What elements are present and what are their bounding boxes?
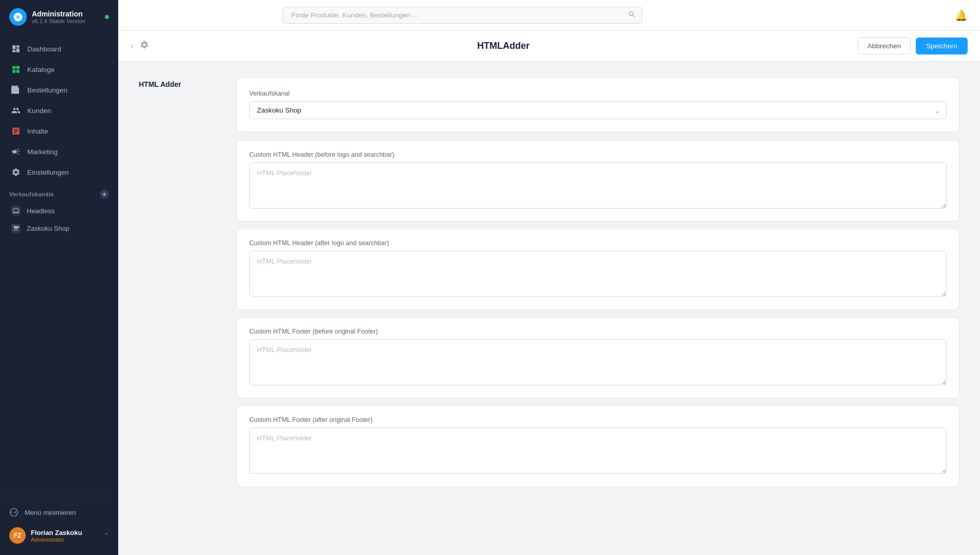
sidebar-item-kunden[interactable]: Kunden bbox=[0, 100, 118, 121]
sidebar-item-inhalte[interactable]: Inhalte bbox=[0, 121, 118, 141]
sales-channels-label: Verkaufskanäle bbox=[9, 191, 54, 197]
sidebar-item-bestellungen-label: Bestellungen bbox=[27, 86, 67, 94]
svg-rect-0 bbox=[12, 66, 15, 69]
html-textarea-header-after[interactable] bbox=[249, 251, 947, 297]
html-textarea-footer-before[interactable] bbox=[249, 339, 947, 385]
sidebar-item-einstellungen[interactable]: Einstellungen bbox=[0, 162, 118, 182]
page-header-left: ‹ bbox=[131, 40, 149, 52]
zaskoku-shop-icon bbox=[11, 224, 21, 233]
content-area: HTML Adder Verkaufskanal Zaskoku Shop He… bbox=[118, 62, 980, 555]
sidebar: Administration v6.1.4 Stable Version Das… bbox=[0, 0, 118, 555]
dashboard-icon bbox=[11, 44, 21, 54]
app-name: Administration bbox=[32, 10, 85, 18]
html-textarea-footer-after[interactable] bbox=[249, 428, 947, 474]
content-icon bbox=[11, 126, 21, 136]
user-avatar: FZ bbox=[9, 527, 26, 544]
orders-icon bbox=[11, 85, 21, 95]
main-content: 🔔 ‹ HTMLAdder Abbrechen Speichern HTML A… bbox=[118, 0, 980, 555]
sidebar-item-kunden-label: Kunden bbox=[27, 107, 51, 115]
cancel-button[interactable]: Abbrechen bbox=[858, 38, 911, 54]
sidebar-item-marketing[interactable]: Marketing bbox=[0, 141, 118, 162]
save-button[interactable]: Speichern bbox=[916, 38, 968, 54]
user-role: Administrator bbox=[31, 536, 99, 543]
add-sales-channel-button[interactable]: + bbox=[100, 190, 109, 199]
sidebar-item-kataloge-label: Kataloge bbox=[27, 66, 54, 73]
html-field-footer-before: Custom HTML Footer (before original Foot… bbox=[236, 317, 959, 398]
html-field-footer-after-label: Custom HTML Footer (after original Foote… bbox=[249, 416, 947, 423]
app-logo bbox=[9, 8, 27, 26]
customers-icon bbox=[11, 105, 21, 116]
page-settings-button[interactable] bbox=[140, 40, 149, 52]
sidebar-nav: Dashboard Kataloge Bestellungen Kunden bbox=[0, 34, 118, 496]
sidebar-item-dashboard[interactable]: Dashboard bbox=[0, 39, 118, 59]
svg-rect-3 bbox=[16, 70, 20, 73]
search-bar bbox=[283, 7, 642, 24]
headless-icon bbox=[11, 206, 21, 215]
user-name: Florian Zaskoku bbox=[31, 529, 99, 536]
html-field-header-after-label: Custom HTML Header (after logo and searc… bbox=[249, 239, 947, 247]
minimize-label: Menü minimieren bbox=[25, 509, 76, 516]
sidebar-item-headless[interactable]: Headless bbox=[0, 202, 118, 219]
html-field-footer-before-label: Custom HTML Footer (before original Foot… bbox=[249, 328, 947, 335]
sidebar-item-headless-label: Headless bbox=[27, 207, 54, 215]
sidebar-item-marketing-label: Marketing bbox=[27, 148, 58, 156]
verkaufskanal-select-wrapper: Zaskoku Shop Headless ⌄ bbox=[249, 101, 947, 119]
html-field-footer-after: Custom HTML Footer (after original Foote… bbox=[236, 405, 959, 487]
user-chevron-icon: ⌃ bbox=[104, 532, 109, 539]
marketing-icon bbox=[11, 146, 21, 157]
verkaufskanal-card: Verkaufskanal Zaskoku Shop Headless ⌄ bbox=[236, 77, 959, 132]
svg-rect-2 bbox=[12, 70, 15, 73]
html-field-header-before-label: Custom HTML Header (before logo and sear… bbox=[249, 151, 947, 158]
sidebar-item-dashboard-label: Dashboard bbox=[27, 45, 61, 53]
catalog-icon bbox=[11, 64, 21, 75]
online-indicator bbox=[105, 15, 109, 19]
topbar: 🔔 bbox=[118, 0, 980, 31]
sidebar-item-einstellungen-label: Einstellungen bbox=[27, 169, 69, 176]
sidebar-item-zaskoku-shop-label: Zaskoku Shop bbox=[27, 225, 69, 232]
app-title-block: Administration v6.1.4 Stable Version bbox=[32, 10, 85, 24]
topbar-right: 🔔 bbox=[955, 9, 968, 22]
sidebar-item-kataloge[interactable]: Kataloge bbox=[0, 59, 118, 80]
sidebar-header: Administration v6.1.4 Stable Version bbox=[0, 0, 118, 34]
app-version: v6.1.4 Stable Version bbox=[32, 18, 85, 24]
page-title: HTMLAdder bbox=[149, 41, 858, 51]
sidebar-item-bestellungen[interactable]: Bestellungen bbox=[0, 80, 118, 100]
search-icon[interactable] bbox=[628, 10, 636, 21]
back-button[interactable]: ‹ bbox=[131, 41, 134, 51]
settings-icon bbox=[11, 167, 21, 177]
user-section[interactable]: FZ Florian Zaskoku Administrator ⌃ bbox=[0, 522, 118, 549]
minimize-menu-button[interactable]: Menü minimieren bbox=[0, 503, 118, 522]
page-header: ‹ HTMLAdder Abbrechen Speichern bbox=[118, 31, 980, 62]
form-section-label: HTML Adder bbox=[139, 77, 221, 540]
user-info: Florian Zaskoku Administrator bbox=[31, 529, 99, 543]
sales-channels-section-header: Verkaufskanäle + bbox=[0, 182, 118, 202]
notifications-icon[interactable]: 🔔 bbox=[955, 9, 968, 22]
html-field-header-before: Custom HTML Header (before logo and sear… bbox=[236, 140, 959, 221]
page-header-actions: Abbrechen Speichern bbox=[858, 38, 968, 54]
user-initials: FZ bbox=[14, 532, 22, 539]
verkaufskanal-label: Verkaufskanal bbox=[249, 90, 947, 97]
html-textarea-header-before[interactable] bbox=[249, 162, 947, 209]
form-panel: Verkaufskanal Zaskoku Shop Headless ⌄ Cu… bbox=[236, 77, 959, 540]
verkaufskanal-group: Verkaufskanal Zaskoku Shop Headless ⌄ bbox=[249, 90, 947, 119]
html-field-header-after: Custom HTML Header (after logo and searc… bbox=[236, 229, 959, 310]
sidebar-item-zaskoku-shop[interactable]: Zaskoku Shop bbox=[0, 219, 118, 237]
verkaufskanal-select[interactable]: Zaskoku Shop Headless bbox=[249, 101, 947, 119]
svg-rect-1 bbox=[16, 66, 20, 69]
sidebar-footer: Menü minimieren FZ Florian Zaskoku Admin… bbox=[0, 496, 118, 555]
search-input[interactable] bbox=[283, 7, 642, 24]
sidebar-item-inhalte-label: Inhalte bbox=[27, 127, 48, 135]
